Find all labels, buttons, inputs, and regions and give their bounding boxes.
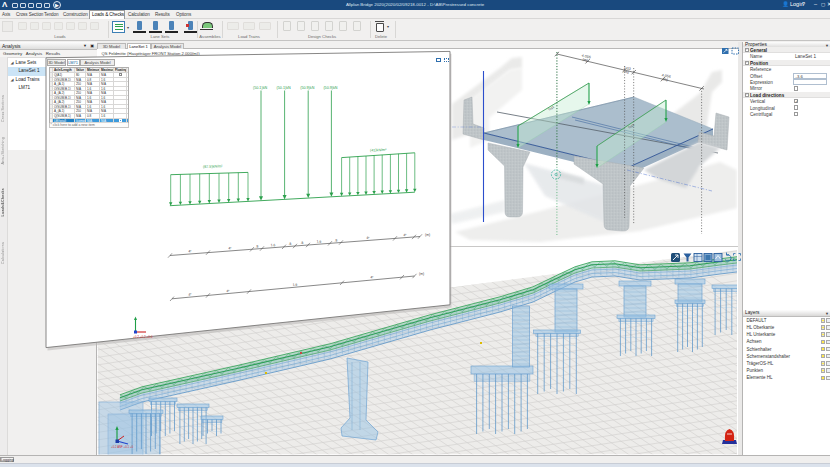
svg-text:+0.2 ANF +0.1 +0: +0.2 ANF +0.1 +0 xyxy=(111,445,133,449)
